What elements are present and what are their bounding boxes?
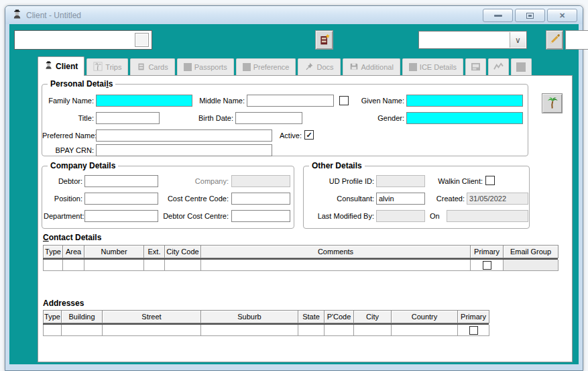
- toolbar-combobox[interactable]: ∨: [418, 31, 527, 49]
- address-cell-street[interactable]: [102, 325, 201, 336]
- contact-cell-primary: [470, 260, 504, 271]
- addresses-grid-header: Type Building Street Suburb State P'Code…: [43, 310, 489, 323]
- contact-cell-email-group: [503, 260, 558, 271]
- title-field[interactable]: [96, 112, 160, 124]
- contact-cell-number[interactable]: [84, 260, 144, 271]
- contact-cell-city-code[interactable]: [164, 260, 201, 271]
- tab-strip: Client Trips: [38, 56, 532, 75]
- ud-profile-id-label: UD Profile ID:: [304, 175, 374, 187]
- address-col-country[interactable]: Country: [391, 310, 458, 323]
- on-field: [447, 210, 528, 222]
- tab-cards: Cards: [130, 58, 174, 75]
- contact-cell-type[interactable]: [43, 260, 63, 271]
- contact-col-type[interactable]: Type: [43, 245, 63, 258]
- client-app-icon: [12, 9, 22, 21]
- consultant-field[interactable]: [376, 193, 425, 205]
- address-cell-state[interactable]: [298, 325, 325, 336]
- client-form-panel: Personal Details Family Name: Middle Nam…: [38, 75, 573, 362]
- edge-partial-control[interactable]: [565, 30, 588, 50]
- quick-search-text[interactable]: [16, 32, 133, 48]
- birth-date-label: Birth Date:: [176, 112, 233, 124]
- preferred-name-field[interactable]: [96, 129, 272, 142]
- disk-icon: [349, 62, 359, 72]
- new-client-button[interactable]: [315, 30, 333, 50]
- middle-name-label: Middle Name:: [195, 95, 245, 107]
- tab-client[interactable]: Client: [38, 56, 84, 76]
- company-field: [231, 175, 290, 187]
- address-col-city[interactable]: City: [353, 310, 392, 323]
- walkin-client-checkbox[interactable]: [485, 176, 495, 185]
- position-field[interactable]: [84, 193, 158, 205]
- debtor-field[interactable]: [84, 175, 158, 187]
- address-cell-suburb[interactable]: [200, 325, 298, 336]
- contact-col-email-group[interactable]: Email Group: [503, 245, 558, 258]
- address-cell-building[interactable]: [61, 325, 103, 336]
- address-col-type[interactable]: Type: [43, 310, 62, 323]
- birth-date-field[interactable]: [235, 112, 302, 124]
- image-icon: [471, 62, 481, 72]
- contact-col-comments[interactable]: Comments: [200, 245, 471, 258]
- address-cell-primary: [457, 325, 489, 336]
- personal-details-group: Personal Details Family Name: Middle Nam…: [42, 84, 528, 156]
- name-flag-checkbox[interactable]: [339, 96, 349, 105]
- maximize-button[interactable]: [515, 9, 545, 22]
- minimize-button[interactable]: [483, 9, 513, 22]
- preferred-name-label: Preferred Name:: [42, 129, 94, 142]
- edit-button[interactable]: [546, 30, 563, 50]
- personal-details-legend: Personal Details: [48, 79, 115, 89]
- palm-tree-color-icon: [546, 96, 559, 111]
- department-label: Department:: [44, 210, 82, 222]
- address-primary-checkbox[interactable]: [469, 326, 478, 335]
- leisure-palm-button[interactable]: [542, 93, 563, 113]
- contact-primary-checkbox[interactable]: [483, 261, 491, 270]
- department-field[interactable]: [84, 210, 158, 222]
- contact-cell-area[interactable]: [62, 260, 84, 271]
- pencil-icon: [549, 34, 561, 46]
- address-cell-pcode[interactable]: [324, 325, 354, 336]
- addresses-title: Addresses: [43, 299, 84, 308]
- position-label: Position:: [44, 193, 82, 205]
- contact-grid-header: Type Area Number Ext. City Code Comments…: [43, 245, 558, 258]
- cost-centre-code-field[interactable]: [231, 193, 290, 205]
- tab-window-icon-1: [465, 58, 486, 75]
- card-file-icon: [137, 62, 145, 72]
- contact-cell-comments[interactable]: [200, 260, 471, 271]
- square-icon: [516, 62, 526, 72]
- middle-name-field[interactable]: [247, 95, 334, 107]
- contact-col-area[interactable]: Area: [62, 245, 84, 258]
- contact-col-city-code[interactable]: City Code: [164, 245, 201, 258]
- chevron-down-icon[interactable]: ∨: [510, 32, 526, 48]
- quick-search-input[interactable]: [14, 30, 152, 50]
- company-details-group: Company Details Debtor: Company: Positio…: [42, 166, 294, 229]
- address-col-primary[interactable]: Primary: [457, 310, 489, 323]
- gender-field[interactable]: [406, 112, 523, 124]
- address-col-state[interactable]: State: [298, 310, 325, 323]
- cost-centre-code-label: Cost Centre Code:: [160, 193, 229, 205]
- debtor-cost-centre-field[interactable]: [231, 210, 290, 222]
- family-name-field[interactable]: [96, 95, 192, 107]
- contact-col-ext[interactable]: Ext.: [143, 245, 165, 258]
- address-col-pcode[interactable]: P'Code: [324, 310, 354, 323]
- contact-col-number[interactable]: Number: [84, 245, 144, 258]
- other-details-group: Other Details UD Profile ID: Walkin Clie…: [303, 166, 530, 229]
- close-button[interactable]: ✕: [547, 9, 577, 22]
- address-col-suburb[interactable]: Suburb: [200, 310, 298, 323]
- address-cell-city[interactable]: [353, 325, 392, 336]
- active-checkbox[interactable]: ✓: [304, 130, 314, 140]
- palm-tree-icon: [93, 62, 103, 72]
- search-browse-button[interactable]: [135, 33, 149, 47]
- square-icon: [409, 63, 417, 71]
- address-col-building[interactable]: Building: [61, 310, 103, 323]
- last-modified-by-field: [376, 210, 425, 222]
- address-col-street[interactable]: Street: [102, 310, 201, 323]
- company-details-legend: Company Details: [48, 161, 118, 170]
- bpay-crn-field[interactable]: [96, 144, 272, 156]
- contact-col-primary[interactable]: Primary: [470, 245, 504, 258]
- address-cell-type[interactable]: [43, 325, 62, 336]
- tab-ice-details: ICE Details: [402, 58, 463, 75]
- given-name-field[interactable]: [406, 95, 523, 107]
- contact-cell-ext[interactable]: [143, 260, 165, 271]
- gender-label: Gender:: [352, 112, 404, 124]
- contact-details-grid: Type Area Number Ext. City Code Comments…: [43, 245, 558, 271]
- address-cell-country[interactable]: [391, 325, 458, 336]
